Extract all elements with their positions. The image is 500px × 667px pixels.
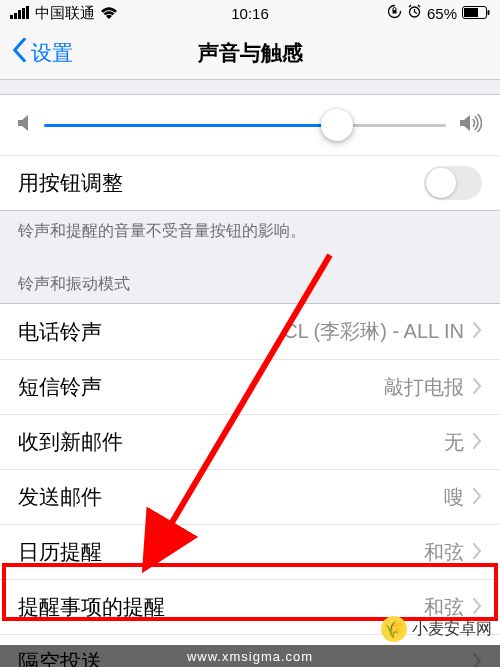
settings-row[interactable]: 收到新邮件无 bbox=[0, 414, 500, 469]
signal-icon bbox=[10, 5, 30, 22]
status-time: 10:16 bbox=[231, 5, 269, 22]
carrier-label: 中国联通 bbox=[35, 4, 95, 23]
row-label: 用按钮调整 bbox=[18, 169, 123, 197]
chevron-right-icon bbox=[472, 376, 482, 399]
chevron-right-icon bbox=[472, 541, 482, 564]
toggle-switch[interactable] bbox=[424, 166, 482, 200]
svg-rect-9 bbox=[464, 8, 478, 17]
settings-row[interactable]: 发送邮件嗖 bbox=[0, 469, 500, 524]
chevron-right-icon bbox=[472, 431, 482, 454]
back-button[interactable]: 设置 bbox=[12, 38, 73, 67]
row-value: 敲打电报 bbox=[384, 374, 482, 401]
alarm-icon bbox=[407, 4, 422, 22]
svg-rect-2 bbox=[18, 10, 21, 19]
row-value: CL (李彩琳) - ALL IN bbox=[283, 318, 482, 345]
volume-slider-row bbox=[0, 95, 500, 155]
row-value: 无 bbox=[444, 429, 482, 456]
chevron-left-icon bbox=[12, 38, 27, 67]
row-label: 日历提醒 bbox=[18, 538, 102, 566]
chevron-right-icon bbox=[472, 486, 482, 509]
svg-rect-10 bbox=[488, 10, 490, 15]
battery-icon bbox=[462, 5, 490, 22]
watermark-logo: 🌾 小麦安卓网 bbox=[381, 616, 492, 642]
row-value: 和弦 bbox=[424, 539, 482, 566]
row-label: 电话铃声 bbox=[18, 318, 102, 346]
section-footer: 铃声和提醒的音量不受音量按钮的影响。 bbox=[0, 211, 500, 264]
chevron-right-icon bbox=[472, 320, 482, 343]
svg-rect-4 bbox=[26, 6, 29, 19]
svg-rect-3 bbox=[22, 8, 25, 19]
svg-rect-1 bbox=[14, 13, 17, 19]
settings-row[interactable]: 短信铃声敲打电报 bbox=[0, 359, 500, 414]
ringtone-section: 电话铃声CL (李彩琳) - ALL IN短信铃声敲打电报收到新邮件无发送邮件嗖… bbox=[0, 303, 500, 667]
button-adjust-row[interactable]: 用按钮调整 bbox=[0, 155, 500, 210]
watermark-url: www.xmsigma.com bbox=[0, 645, 500, 667]
row-value: 嗖 bbox=[444, 484, 482, 511]
watermark-brand: 小麦安卓网 bbox=[412, 619, 492, 640]
row-label: 提醒事项的提醒 bbox=[18, 593, 165, 621]
volume-slider[interactable] bbox=[44, 124, 446, 127]
nav-bar: 设置 声音与触感 bbox=[0, 26, 500, 80]
settings-row[interactable]: 日历提醒和弦 bbox=[0, 524, 500, 579]
volume-high-icon bbox=[460, 114, 482, 136]
wifi-icon bbox=[100, 5, 118, 22]
wheat-icon: 🌾 bbox=[381, 616, 407, 642]
row-label: 短信铃声 bbox=[18, 373, 102, 401]
section-header: 铃声和振动模式 bbox=[0, 264, 500, 303]
battery-pct: 65% bbox=[427, 5, 457, 22]
status-bar: 中国联通 10:16 65% bbox=[0, 0, 500, 26]
row-label: 发送邮件 bbox=[18, 483, 102, 511]
svg-rect-0 bbox=[10, 15, 13, 19]
volume-section: 用按钮调整 bbox=[0, 94, 500, 211]
settings-row[interactable]: 电话铃声CL (李彩琳) - ALL IN bbox=[0, 304, 500, 359]
back-label: 设置 bbox=[31, 39, 73, 67]
row-label: 收到新邮件 bbox=[18, 428, 123, 456]
rotation-lock-icon bbox=[387, 4, 402, 22]
svg-rect-6 bbox=[392, 10, 396, 14]
volume-low-icon bbox=[18, 114, 30, 136]
slider-thumb[interactable] bbox=[321, 109, 353, 141]
page-title: 声音与触感 bbox=[198, 39, 303, 67]
